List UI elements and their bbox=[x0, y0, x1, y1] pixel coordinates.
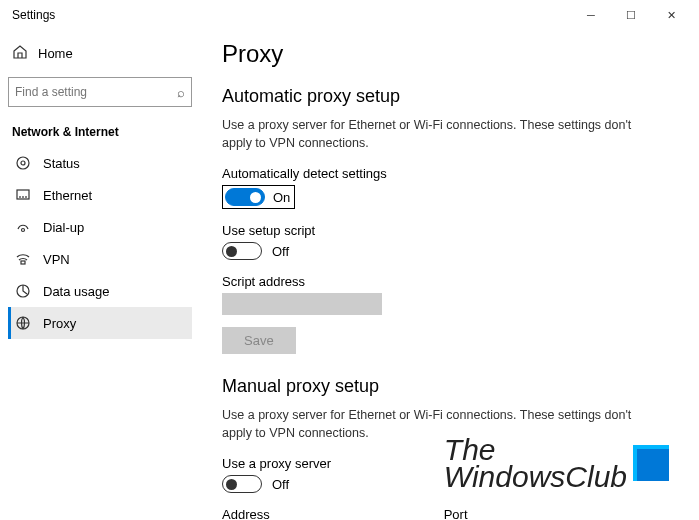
page-title: Proxy bbox=[222, 40, 669, 68]
dialup-icon bbox=[15, 219, 31, 235]
nav-label: Data usage bbox=[43, 284, 110, 299]
auto-detect-label: Automatically detect settings bbox=[222, 166, 669, 181]
auto-desc: Use a proxy server for Ethernet or Wi-Fi… bbox=[222, 117, 632, 152]
nav-label: Proxy bbox=[43, 316, 76, 331]
main-content: Proxy Automatic proxy setup Use a proxy … bbox=[200, 30, 699, 520]
setup-script-label: Use setup script bbox=[222, 223, 669, 238]
setup-script-state: Off bbox=[272, 244, 289, 259]
home-nav[interactable]: Home bbox=[8, 38, 192, 69]
titlebar: Settings ─ ☐ ✕ bbox=[0, 0, 699, 30]
script-address-label: Script address bbox=[222, 274, 669, 289]
home-icon bbox=[12, 44, 28, 63]
maximize-button[interactable]: ☐ bbox=[611, 0, 651, 30]
close-button[interactable]: ✕ bbox=[651, 0, 691, 30]
sidebar-item-ethernet[interactable]: Ethernet bbox=[8, 179, 192, 211]
window-controls: ─ ☐ ✕ bbox=[571, 0, 691, 30]
search-icon: ⌕ bbox=[177, 85, 185, 100]
script-address-input[interactable] bbox=[222, 293, 382, 315]
sidebar-item-vpn[interactable]: VPN bbox=[8, 243, 192, 275]
section-header: Network & Internet bbox=[8, 115, 192, 147]
nav-label: Status bbox=[43, 156, 80, 171]
search-box[interactable]: ⌕ bbox=[8, 77, 192, 107]
port-label: Port bbox=[444, 507, 468, 520]
manual-desc: Use a proxy server for Ethernet or Wi-Fi… bbox=[222, 407, 632, 442]
setup-script-toggle[interactable] bbox=[222, 242, 262, 260]
sidebar-item-dialup[interactable]: Dial-up bbox=[8, 211, 192, 243]
ethernet-icon bbox=[15, 187, 31, 203]
sidebar: Home ⌕ Network & Internet Status Etherne… bbox=[0, 30, 200, 520]
search-input[interactable] bbox=[15, 85, 177, 99]
auto-detect-highlight: On bbox=[222, 185, 295, 209]
save-button[interactable]: Save bbox=[222, 327, 296, 354]
auto-section-header: Automatic proxy setup bbox=[222, 86, 669, 107]
data-usage-icon bbox=[15, 283, 31, 299]
home-label: Home bbox=[38, 46, 73, 61]
nav-label: Ethernet bbox=[43, 188, 92, 203]
svg-point-0 bbox=[17, 157, 29, 169]
use-proxy-toggle[interactable] bbox=[222, 475, 262, 493]
manual-section-header: Manual proxy setup bbox=[222, 376, 669, 397]
window-title: Settings bbox=[8, 8, 55, 22]
svg-point-3 bbox=[22, 229, 25, 232]
address-label: Address bbox=[222, 507, 270, 520]
sidebar-item-proxy[interactable]: Proxy bbox=[8, 307, 192, 339]
proxy-icon bbox=[15, 315, 31, 331]
sidebar-item-status[interactable]: Status bbox=[8, 147, 192, 179]
vpn-icon bbox=[15, 251, 31, 267]
auto-detect-state: On bbox=[273, 190, 290, 205]
nav-label: VPN bbox=[43, 252, 70, 267]
use-proxy-state: Off bbox=[272, 477, 289, 492]
minimize-button[interactable]: ─ bbox=[571, 0, 611, 30]
nav-label: Dial-up bbox=[43, 220, 84, 235]
auto-detect-toggle[interactable] bbox=[225, 188, 265, 206]
status-icon bbox=[15, 155, 31, 171]
svg-rect-4 bbox=[21, 261, 25, 264]
sidebar-item-datausage[interactable]: Data usage bbox=[8, 275, 192, 307]
svg-point-1 bbox=[21, 161, 25, 165]
use-proxy-label: Use a proxy server bbox=[222, 456, 669, 471]
